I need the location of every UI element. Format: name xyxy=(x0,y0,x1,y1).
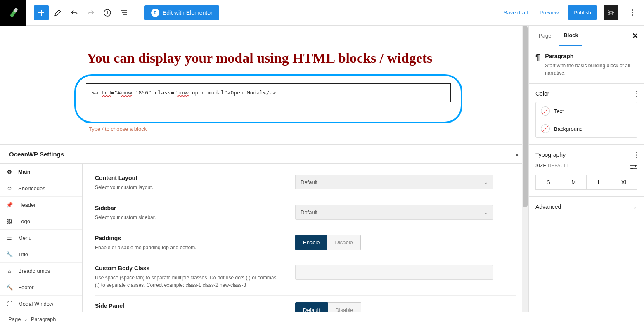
font-size-selector: S M L XL xyxy=(535,175,637,190)
text-color-button[interactable]: Text xyxy=(536,102,637,120)
tab-shortcodes[interactable]: <>Shortcodes xyxy=(0,180,82,197)
field-desc: Select your custom sidebar. xyxy=(95,214,295,221)
custom-body-class-input[interactable] xyxy=(295,265,493,280)
tab-menu[interactable]: ☰Menu xyxy=(0,230,82,246)
content-layout-select[interactable]: Default⌄ xyxy=(295,175,493,189)
tab-breadcrumbs[interactable]: ⌂Breadcrumbs xyxy=(0,263,82,279)
tab-footer[interactable]: 🔨Footer xyxy=(0,279,82,296)
size-m[interactable]: M xyxy=(561,175,587,189)
oceanwp-panel-header[interactable]: OceanWP Settings ▲ xyxy=(0,145,528,163)
tab-block[interactable]: Block xyxy=(559,26,582,46)
annotation-highlight: <a href="#omw-1856" class="omw-open-moda… xyxy=(74,74,462,123)
field-label: Sidebar xyxy=(95,205,295,211)
tab-page[interactable]: Page xyxy=(535,26,555,45)
publish-button[interactable]: Publish xyxy=(568,5,597,20)
block-sidebar: Page Block ✕ ¶ Paragraph Start with the … xyxy=(528,26,644,312)
paddings-disable[interactable]: Disable xyxy=(327,235,360,250)
add-block-button[interactable] xyxy=(34,5,49,20)
settings-button[interactable] xyxy=(604,5,618,20)
field-label: Side Panel xyxy=(95,302,295,309)
size-xl[interactable]: XL xyxy=(612,175,637,189)
color-options-button[interactable] xyxy=(636,91,637,97)
edit-elementor-button[interactable]: E Edit with Elementor xyxy=(144,5,219,20)
tab-modal-window[interactable]: ⛶Modal Window xyxy=(0,296,82,312)
field-desc: Use space (space tab) to separate multip… xyxy=(95,274,277,289)
block-type-name: Paragraph xyxy=(545,53,637,59)
field-label: Paddings xyxy=(95,235,295,241)
wrench-icon: 🔧 xyxy=(6,251,13,257)
test-tube-icon xyxy=(6,6,19,19)
code-icon: <> xyxy=(6,185,13,191)
field-desc: Enable or disable the padding top and bo… xyxy=(95,244,295,251)
save-draft-button[interactable]: Save draft xyxy=(501,7,530,18)
background-color-button[interactable]: Background xyxy=(536,120,637,137)
breadcrumb-paragraph[interactable]: Paragraph xyxy=(31,316,56,322)
page-title[interactable]: You can display your modal using HTML bl… xyxy=(87,50,504,66)
image-icon: 🖼 xyxy=(6,218,13,224)
top-toolbar: E Edit with Elementor Save draft Preview… xyxy=(0,0,644,26)
expand-icon: ⛶ xyxy=(6,301,13,307)
size-settings-icon[interactable] xyxy=(630,165,637,170)
breadcrumb-page[interactable]: Page xyxy=(8,316,21,322)
size-l[interactable]: L xyxy=(587,175,612,189)
close-sidebar-button[interactable]: ✕ xyxy=(632,31,638,40)
breadcrumb-bar: Page › Paragraph xyxy=(0,312,644,326)
chevron-down-icon: ⌄ xyxy=(483,209,488,215)
svg-point-6 xyxy=(631,168,633,169)
svg-point-3 xyxy=(107,11,108,12)
edit-tools-button[interactable] xyxy=(50,5,65,20)
tab-title[interactable]: 🔧Title xyxy=(0,246,82,263)
side-panel-toggle: Default Disable xyxy=(295,302,493,312)
hammer-icon: 🔨 xyxy=(6,284,13,291)
svg-point-5 xyxy=(635,165,636,167)
info-button[interactable] xyxy=(100,5,115,20)
color-swatch-icon xyxy=(541,106,550,116)
side-panel-disable[interactable]: Disable xyxy=(328,302,361,312)
oceanwp-tabs: ⚙Main <>Shortcodes 📌Header 🖼Logo ☰Menu 🔧… xyxy=(0,164,83,312)
side-panel-default[interactable]: Default xyxy=(295,302,328,312)
scrollbar[interactable] xyxy=(522,26,528,312)
color-section-title: Color xyxy=(535,90,549,97)
field-label: Content Layout xyxy=(95,175,295,181)
pin-icon: 📌 xyxy=(6,202,13,208)
chevron-down-icon: ⌄ xyxy=(483,179,488,185)
more-options-button[interactable] xyxy=(625,5,640,20)
size-s[interactable]: S xyxy=(536,175,561,189)
preview-button[interactable]: Preview xyxy=(537,7,561,18)
paddings-toggle: Enable Disable xyxy=(295,235,493,250)
chevron-right-icon: › xyxy=(25,316,26,322)
html-block[interactable]: <a href="#omw-1856" class="omw-open-moda… xyxy=(86,83,451,102)
paragraph-icon: ¶ xyxy=(535,53,540,62)
block-appender-hint[interactable]: Type / to choose a block xyxy=(89,126,504,132)
svg-point-4 xyxy=(610,12,612,14)
home-icon: ⌂ xyxy=(6,268,13,274)
gear-icon: ⚙ xyxy=(6,169,13,175)
paddings-enable[interactable]: Enable xyxy=(295,235,327,250)
tab-logo[interactable]: 🖼Logo xyxy=(0,213,82,230)
tab-main[interactable]: ⚙Main xyxy=(0,164,82,180)
field-desc: Select your custom layout. xyxy=(95,184,295,191)
editor-canvas: You can display your modal using HTML bl… xyxy=(0,26,528,312)
site-logo[interactable] xyxy=(0,0,26,26)
sidebar-select[interactable]: Default⌄ xyxy=(295,205,493,220)
chevron-down-icon: ⌄ xyxy=(632,203,637,210)
elementor-icon: E xyxy=(151,9,159,17)
redo-button xyxy=(83,5,98,20)
typography-options-button[interactable] xyxy=(636,152,637,158)
advanced-section-toggle[interactable]: Advanced ⌄ xyxy=(535,203,637,210)
typography-section-title: Typography xyxy=(535,151,566,158)
color-swatch-icon xyxy=(541,124,550,133)
outline-button[interactable] xyxy=(116,5,131,20)
oceanwp-settings-panel: OceanWP Settings ▲ ⚙Main <>Shortcodes 📌H… xyxy=(0,144,528,312)
field-label: Custom Body Class xyxy=(95,265,277,272)
block-type-desc: Start with the basic building block of a… xyxy=(545,62,637,77)
collapse-icon: ▲ xyxy=(515,152,519,157)
undo-button[interactable] xyxy=(67,5,82,20)
tab-header[interactable]: 📌Header xyxy=(0,197,82,213)
menu-icon: ☰ xyxy=(6,235,13,241)
